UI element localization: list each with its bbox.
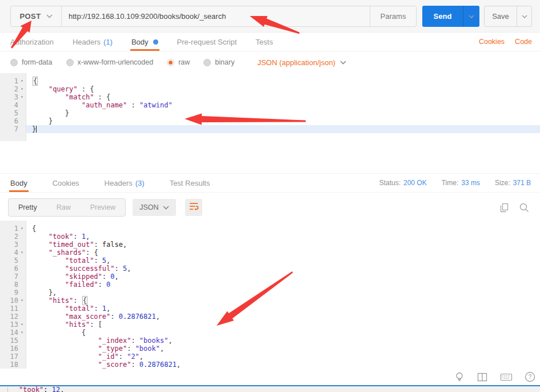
tab-authorization[interactable]: Authorization: [10, 33, 54, 51]
request-body-editor[interactable]: 1▾2▾3▾4567 { "query" : { "match" : { "au…: [0, 73, 540, 173]
wrap-text-button[interactable]: [185, 199, 202, 216]
two-pane-layout-icon[interactable]: [477, 372, 488, 382]
tab-label: Cookies: [53, 179, 79, 187]
line-number[interactable]: 4▾: [0, 249, 26, 257]
code-line: "skipped": 0,: [26, 273, 540, 281]
meta-time: Time:33 ms: [442, 179, 480, 187]
body-type-selector: form-datax-www-form-urlencodedrawbinary …: [0, 51, 540, 73]
line-number: 17: [0, 353, 26, 361]
fold-caret-icon[interactable]: ▾: [18, 225, 26, 233]
line-number[interactable]: 10▾: [0, 297, 26, 305]
svg-text:?: ?: [529, 374, 532, 380]
line-number: 15: [0, 337, 26, 345]
tab-tests[interactable]: Tests: [255, 33, 273, 51]
view-raw[interactable]: Raw: [47, 199, 81, 216]
body-type-form-data[interactable]: form-data: [10, 58, 53, 66]
fold-caret-icon[interactable]: ▾: [18, 93, 26, 101]
bulb-icon[interactable]: [454, 371, 465, 383]
code-link[interactable]: Code: [515, 38, 532, 46]
code-line: {: [26, 225, 540, 233]
view-preview[interactable]: Preview: [81, 199, 125, 216]
search-icon[interactable]: [519, 202, 530, 213]
line-number[interactable]: 2▾: [0, 85, 26, 93]
tab-body[interactable]: Body: [10, 174, 27, 192]
send-dropdown-toggle[interactable]: [463, 6, 479, 27]
line-number: 2: [0, 233, 26, 241]
fold-caret-icon[interactable]: ▾: [18, 85, 26, 93]
meta-label: Status:: [379, 179, 401, 187]
line-number[interactable]: 1▾: [0, 225, 26, 233]
code-line: "_type": "book",: [26, 345, 540, 353]
body-type-binary[interactable]: binary: [203, 58, 234, 66]
code-line: "max_score": 0.2876821,: [26, 313, 540, 321]
fold-caret-icon[interactable]: ▾: [18, 329, 26, 337]
body-type-raw[interactable]: raw: [167, 58, 190, 66]
fold-caret-icon[interactable]: ▾: [18, 249, 26, 257]
code-line: "total": 1,: [26, 305, 540, 313]
response-toolbar: PrettyRawPreview JSON: [0, 197, 540, 218]
clipped-code-line: "took": 12,: [19, 386, 65, 392]
cookies-link[interactable]: Cookies: [479, 38, 505, 46]
meta-value: 371 B: [513, 179, 531, 187]
tab-headers[interactable]: Headers(1): [73, 33, 113, 51]
tab-label: Pre-request Script: [177, 38, 237, 46]
wrap-text-icon: [188, 201, 199, 214]
tab-count-badge: (3): [135, 179, 145, 187]
line-number[interactable]: 14▾: [0, 329, 26, 337]
fold-caret-icon[interactable]: ▾: [18, 297, 26, 305]
tab-pre-request-script[interactable]: Pre-request Script: [177, 33, 237, 51]
radio-icon: [167, 59, 174, 66]
help-icon[interactable]: ?: [525, 371, 535, 382]
view-pretty[interactable]: Pretty: [9, 199, 47, 216]
response-format-dropdown[interactable]: JSON: [133, 199, 176, 216]
postman-app: { "request_bar": { "method": "POST", "ur…: [0, 0, 540, 392]
code-line: "successful": 5,: [26, 265, 540, 273]
response-body-viewer[interactable]: 1▾234▾5678910▾111213▾14▾15161718 { "took…: [0, 221, 540, 369]
body-active-dot-icon: [153, 39, 158, 45]
line-number[interactable]: 1▾: [0, 77, 26, 85]
radio-icon: [10, 59, 18, 66]
code-line: "query" : {: [26, 85, 540, 93]
line-number: 9: [0, 289, 26, 297]
gutter-divider: [7, 387, 8, 392]
meta-status: Status:200 OK: [379, 179, 427, 187]
meta-label: Size:: [495, 179, 510, 187]
response-tabs: BodyCookiesHeaders(3)Test ResultsStatus:…: [0, 173, 540, 193]
body-format-dropdown[interactable]: JSON (application/json): [257, 58, 346, 67]
code-line: "match" : {: [26, 93, 540, 101]
tab-label: Headers: [73, 38, 101, 46]
url-input[interactable]: [61, 6, 370, 26]
body-type-x-www-form-urlencoded[interactable]: x-www-form-urlencoded: [66, 58, 154, 66]
save-button[interactable]: Save: [485, 6, 517, 26]
tab-body[interactable]: Body: [131, 33, 158, 51]
tab-label: Headers: [105, 179, 133, 187]
params-button[interactable]: Params: [370, 6, 416, 26]
chevron-down-icon: [46, 14, 53, 18]
line-number: 12: [0, 313, 26, 321]
line-number: 8: [0, 281, 26, 289]
request-body-code[interactable]: { "query" : { "match" : { "auth_name" : …: [26, 73, 540, 133]
send-button[interactable]: Send: [422, 6, 463, 27]
line-number[interactable]: 13▾: [0, 321, 26, 329]
fold-caret-icon[interactable]: ▾: [18, 77, 26, 85]
code-line: }: [26, 125, 540, 133]
code-line: {: [26, 77, 540, 85]
copy-icon[interactable]: [498, 202, 510, 213]
line-number: 11: [0, 305, 26, 313]
tab-cookies[interactable]: Cookies: [53, 174, 79, 192]
save-dropdown-toggle[interactable]: [517, 6, 531, 26]
keyboard-shortcuts-icon[interactable]: [500, 371, 513, 383]
tab-test-results[interactable]: Test Results: [170, 174, 210, 192]
method-dropdown[interactable]: POST: [11, 6, 61, 26]
save-button-group: Save: [484, 6, 532, 27]
meta-label: Time:: [442, 179, 459, 187]
fold-caret-icon[interactable]: ▾: [18, 321, 26, 329]
code-line: "_id": "2",: [26, 353, 540, 361]
line-number[interactable]: 3▾: [0, 93, 26, 101]
line-number: 7: [0, 125, 26, 133]
tab-headers[interactable]: Headers(3): [105, 174, 145, 192]
line-number: 5: [0, 257, 26, 265]
code-line: "_index": "books",: [26, 337, 540, 345]
code-line: }: [26, 117, 540, 125]
code-line: }: [26, 109, 540, 117]
